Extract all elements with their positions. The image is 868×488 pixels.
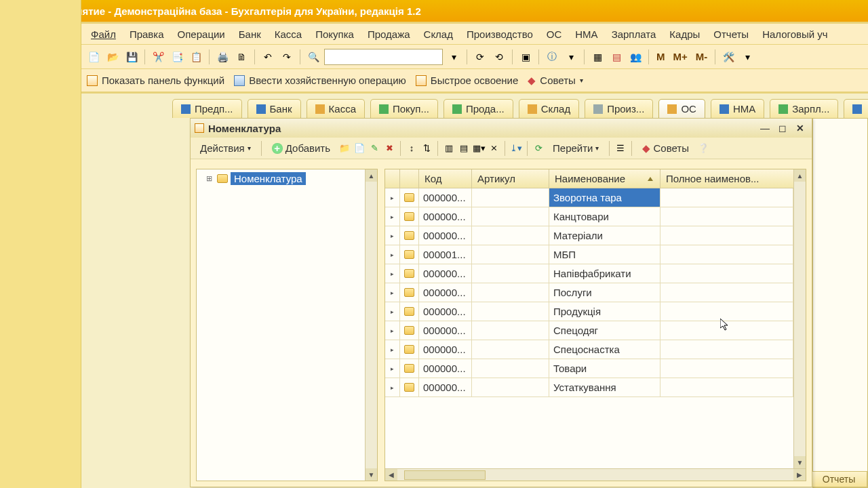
scroll-up-icon[interactable]: ▲	[366, 169, 377, 182]
scroll-up-icon[interactable]: ▲	[794, 169, 806, 182]
expand-icon[interactable]: ⊞	[206, 174, 214, 183]
tab-more[interactable]	[844, 99, 868, 118]
export-icon[interactable]: ⤓▾	[510, 142, 522, 155]
row-expand-icon[interactable]: ▸	[385, 378, 400, 396]
move-icon[interactable]: ↕	[406, 142, 418, 155]
tab-cash[interactable]: Касса	[307, 99, 365, 118]
goto-menu[interactable]: Перейти▾	[547, 141, 604, 155]
tab-sales[interactable]: Прода...	[443, 99, 513, 118]
paste-icon[interactable]: 📋	[188, 49, 204, 65]
open-icon[interactable]: 📂	[104, 49, 121, 65]
menu-purchase[interactable]: Покупка	[310, 26, 359, 42]
tips-button[interactable]: ◆ Советы	[637, 141, 694, 156]
refresh-icon[interactable]: ⟳	[472, 49, 488, 65]
find-icon[interactable]: 🔍	[305, 49, 321, 65]
col-name[interactable]: Наименование	[549, 169, 660, 188]
clear-filter-icon[interactable]: ⨯	[488, 142, 500, 155]
undo-icon[interactable]: ↶	[260, 49, 276, 65]
table-row[interactable]: ▸000000...Устаткування	[385, 378, 793, 397]
menu-salary[interactable]: Зарплата	[606, 26, 662, 42]
calendar-icon[interactable]: ▤	[608, 49, 625, 65]
menu-tax[interactable]: Налоговый уч	[757, 26, 833, 42]
table-row[interactable]: ▸000001...МБП	[385, 245, 793, 264]
table-row[interactable]: ▸000000...Товари	[385, 359, 793, 378]
help-icon[interactable]: ❔	[697, 142, 709, 155]
scroll-down-icon[interactable]: ▼	[366, 468, 377, 481]
windows-icon[interactable]: ▣	[517, 49, 534, 65]
menu-nma[interactable]: НМА	[570, 26, 603, 42]
copy-icon[interactable]: 📑	[169, 49, 185, 65]
row-expand-icon[interactable]: ▸	[385, 207, 400, 226]
tab-os[interactable]: ОС	[658, 99, 705, 118]
hierarchy-icon[interactable]: ⇅	[420, 142, 433, 155]
row-expand-icon[interactable]: ▸	[385, 321, 400, 340]
menu-bank[interactable]: Банк	[233, 26, 267, 42]
menu-cash[interactable]: Касса	[269, 26, 307, 42]
table-row[interactable]: ▸000000...Напівфабрикати	[385, 264, 793, 283]
cut-icon[interactable]: ✂️	[150, 49, 166, 65]
table-icon[interactable]: ▦	[589, 49, 606, 65]
enter-operation[interactable]: Ввести хозяйственную операцию	[234, 75, 406, 86]
tab-stock[interactable]: Склад	[519, 99, 579, 118]
actions-menu[interactable]: Действия▾	[195, 141, 256, 155]
users-icon[interactable]: 👥	[627, 49, 644, 65]
row-expand-icon[interactable]: ▸	[385, 226, 400, 245]
row-expand-icon[interactable]: ▸	[385, 188, 400, 207]
table-row[interactable]: ▸000000...Спецодяг	[385, 321, 793, 340]
filter3-icon[interactable]: ▦▾	[473, 142, 485, 155]
row-expand-icon[interactable]: ▸	[385, 264, 400, 283]
filter2-icon[interactable]: ▤	[458, 142, 470, 155]
quick-learn[interactable]: Быстрое освоение	[416, 75, 519, 86]
row-expand-icon[interactable]: ▸	[385, 245, 400, 264]
menu-edit[interactable]: Правка	[124, 26, 170, 42]
info-icon[interactable]: ⓘ	[544, 49, 560, 65]
scroll-down-icon[interactable]: ▼	[794, 456, 806, 468]
menu-file[interactable]: Файл	[85, 26, 121, 42]
table-row[interactable]: ▸000000...Послуги	[385, 283, 793, 302]
tab-nma[interactable]: НМА	[711, 99, 764, 118]
tab-salary[interactable]: Зарпл...	[770, 99, 838, 118]
dropdown2-icon[interactable]: ▾	[563, 49, 579, 65]
col-fullname[interactable]: Полное наименов...	[660, 169, 806, 188]
scroll-thumb[interactable]	[404, 470, 486, 480]
menu-sales[interactable]: Продажа	[362, 26, 416, 42]
save-icon[interactable]: 💾	[123, 49, 140, 65]
minimize-button[interactable]: —	[757, 122, 772, 134]
grid-vscroll[interactable]: ▲ ▼	[793, 169, 806, 468]
menu-staff[interactable]: Кадры	[664, 26, 705, 42]
new-doc-icon[interactable]: 📄	[85, 49, 102, 65]
col-toggle[interactable]	[385, 169, 400, 188]
row-expand-icon[interactable]: ▸	[385, 283, 400, 302]
table-row[interactable]: ▸000000...Канцтовари	[385, 207, 793, 226]
delete-icon[interactable]: ✖	[383, 142, 395, 155]
grid-hscroll[interactable]: ◀ ▶	[385, 468, 806, 481]
tree-root-row[interactable]: ⊞ Номенклатура	[197, 169, 377, 188]
table-row[interactable]: ▸000000...Спецоснастка	[385, 340, 793, 359]
table-row[interactable]: ▸000000...Продукція	[385, 302, 793, 321]
tab-purchase[interactable]: Покуп...	[370, 99, 438, 118]
maximize-button[interactable]: ◻	[775, 122, 790, 134]
menu-operations[interactable]: Операции	[172, 26, 231, 42]
tab-enterprise[interactable]: Предп...	[172, 99, 242, 118]
tab-bank[interactable]: Банк	[248, 99, 301, 118]
refresh2-icon[interactable]: ⟲	[491, 49, 507, 65]
list-icon[interactable]: ☰	[614, 142, 627, 155]
row-expand-icon[interactable]: ▸	[385, 359, 400, 378]
menu-os[interactable]: ОС	[541, 26, 568, 42]
scroll-right-icon[interactable]: ▶	[793, 469, 806, 481]
reports-footer[interactable]: Отчеты	[810, 471, 867, 487]
print-preview-icon[interactable]: 🗎	[233, 49, 250, 65]
redo-icon[interactable]: ↷	[279, 49, 295, 65]
m-minus-button[interactable]: M-	[693, 51, 711, 62]
scroll-left-icon[interactable]: ◀	[385, 469, 397, 481]
filter-icon[interactable]: ▥	[443, 142, 455, 155]
row-expand-icon[interactable]: ▸	[385, 302, 400, 321]
dropdown3-icon[interactable]: ▾	[739, 49, 755, 65]
show-functions-panel[interactable]: Показать панель функций	[87, 75, 224, 86]
search-input[interactable]	[324, 49, 443, 65]
print-icon[interactable]: 🖨️	[214, 49, 231, 65]
table-row[interactable]: ▸000000...Зворотна тара	[385, 188, 793, 207]
row-expand-icon[interactable]: ▸	[385, 340, 400, 359]
scroll-track[interactable]	[397, 469, 793, 481]
close-button[interactable]: ✕	[793, 122, 808, 134]
